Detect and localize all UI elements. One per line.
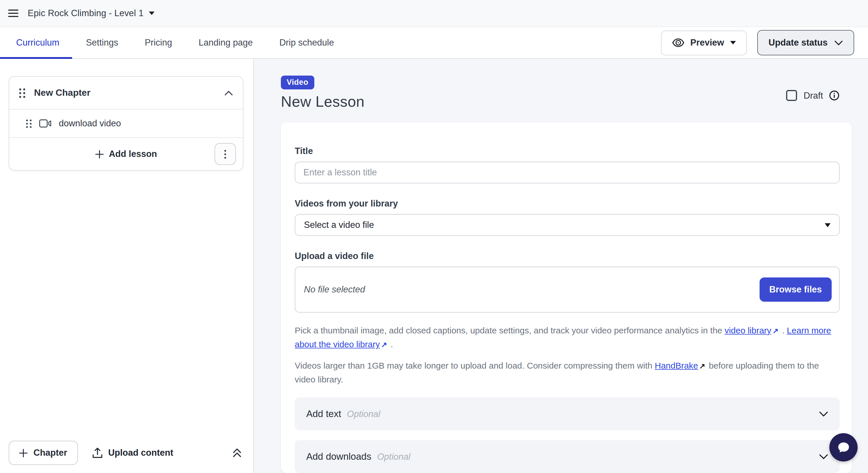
video-camera-icon bbox=[39, 119, 51, 127]
external-link-icon: ↗ bbox=[773, 325, 779, 337]
double-chevron-up-icon bbox=[232, 448, 242, 458]
sidebar-footer: Chapter Upload content bbox=[9, 441, 242, 465]
collapse-all-button[interactable] bbox=[232, 448, 242, 458]
preview-caret-icon bbox=[730, 41, 736, 44]
curriculum-sidebar: New Chapter download video bbox=[0, 59, 254, 473]
file-upload-area[interactable]: No file selected Browse files bbox=[295, 266, 840, 313]
chat-bubble-icon bbox=[836, 440, 851, 454]
header-actions: Preview Update status bbox=[661, 30, 854, 55]
add-text-section[interactable]: Add text Optional bbox=[295, 398, 840, 430]
update-status-label: Update status bbox=[769, 37, 828, 48]
handbrake-link[interactable]: HandBrake bbox=[655, 360, 698, 370]
info-icon[interactable] bbox=[829, 91, 839, 100]
plus-icon bbox=[95, 150, 103, 158]
lesson-title-input[interactable] bbox=[295, 161, 840, 183]
tab-drip-schedule[interactable]: Drip schedule bbox=[279, 27, 334, 58]
chapter-header[interactable]: New Chapter bbox=[9, 77, 243, 109]
chat-launcher-button[interactable] bbox=[829, 433, 858, 462]
draft-toggle: Draft bbox=[786, 90, 839, 101]
lesson-editor: Video New Lesson Draft Title Videos from… bbox=[254, 59, 868, 473]
video-library-link[interactable]: video library bbox=[725, 325, 771, 335]
chapter-card: New Chapter download video bbox=[9, 76, 243, 171]
add-downloads-label: Add downloads bbox=[306, 451, 371, 462]
hamburger-menu-icon[interactable] bbox=[7, 7, 19, 19]
chevron-down-icon bbox=[835, 40, 843, 45]
compression-help-text: Videos larger than 1GB may take longer t… bbox=[295, 358, 840, 386]
title-field-label: Title bbox=[295, 146, 840, 156]
tab-curriculum[interactable]: Curriculum bbox=[16, 27, 59, 58]
add-downloads-section[interactable]: Add downloads Optional bbox=[295, 440, 840, 473]
tab-pricing[interactable]: Pricing bbox=[145, 27, 172, 58]
page-title: New Lesson bbox=[281, 93, 868, 111]
library-field-label: Videos from your library bbox=[295, 198, 840, 209]
course-title-caret-icon[interactable] bbox=[149, 11, 155, 15]
draft-label: Draft bbox=[804, 90, 823, 101]
add-chapter-label: Chapter bbox=[33, 448, 67, 458]
add-text-label: Add text bbox=[306, 408, 341, 419]
add-lesson-button[interactable]: Add lesson bbox=[95, 149, 157, 159]
video-library-help-text: Pick a thumbnail image, add closed capti… bbox=[295, 324, 840, 352]
tab-list: Curriculum Settings Pricing Landing page… bbox=[16, 27, 334, 58]
video-library-select-value: Select a video file bbox=[304, 220, 374, 230]
chapter-title: New Chapter bbox=[34, 88, 91, 98]
preview-button-label: Preview bbox=[690, 37, 724, 48]
kebab-icon bbox=[224, 150, 226, 158]
upload-content-button[interactable]: Upload content bbox=[92, 447, 173, 458]
select-caret-icon bbox=[825, 223, 831, 227]
top-bar: Epic Rock Climbing - Level 1 bbox=[0, 0, 868, 27]
external-link-icon: ↗ bbox=[699, 360, 705, 372]
external-link-icon: ↗ bbox=[381, 340, 387, 351]
help-text: . bbox=[388, 340, 393, 349]
chapter-footer-row: Add lesson bbox=[9, 138, 243, 170]
upload-icon bbox=[92, 447, 102, 458]
eye-icon bbox=[672, 38, 685, 47]
tab-bar: Curriculum Settings Pricing Landing page… bbox=[0, 27, 868, 59]
chevron-up-icon[interactable] bbox=[224, 90, 233, 95]
optional-label: Optional bbox=[347, 409, 380, 419]
chevron-down-icon bbox=[819, 411, 828, 417]
drag-handle-icon[interactable] bbox=[19, 88, 25, 98]
course-title[interactable]: Epic Rock Climbing - Level 1 bbox=[28, 8, 144, 19]
upload-field-label: Upload a video file bbox=[295, 251, 840, 261]
upload-empty-text: No file selected bbox=[304, 284, 365, 295]
browse-files-button[interactable]: Browse files bbox=[759, 278, 832, 302]
preview-button[interactable]: Preview bbox=[661, 30, 747, 55]
video-library-select[interactable]: Select a video file bbox=[295, 214, 840, 236]
draft-checkbox[interactable] bbox=[786, 90, 797, 101]
add-lesson-label: Add lesson bbox=[109, 149, 157, 159]
lesson-type-badge: Video bbox=[281, 75, 314, 89]
plus-icon bbox=[19, 448, 28, 457]
lesson-row[interactable]: download video bbox=[9, 109, 243, 138]
chevron-down-icon bbox=[819, 454, 828, 460]
lesson-form-card: Title Videos from your library Select a … bbox=[281, 122, 852, 473]
help-text: . bbox=[780, 325, 787, 335]
tab-landing-page[interactable]: Landing page bbox=[199, 27, 253, 58]
app-window: Epic Rock Climbing - Level 1 Curriculum … bbox=[0, 0, 868, 473]
chapter-menu-button[interactable] bbox=[215, 143, 236, 165]
optional-label: Optional bbox=[377, 451, 410, 462]
add-chapter-button[interactable]: Chapter bbox=[9, 441, 78, 465]
lesson-title: download video bbox=[59, 118, 121, 129]
upload-content-label: Upload content bbox=[108, 448, 173, 458]
tab-settings[interactable]: Settings bbox=[86, 27, 118, 58]
help-text: Pick a thumbnail image, add closed capti… bbox=[295, 325, 725, 335]
help-text: Videos larger than 1GB may take longer t… bbox=[295, 360, 655, 370]
drag-handle-icon[interactable] bbox=[26, 119, 32, 128]
update-status-button[interactable]: Update status bbox=[757, 30, 854, 55]
